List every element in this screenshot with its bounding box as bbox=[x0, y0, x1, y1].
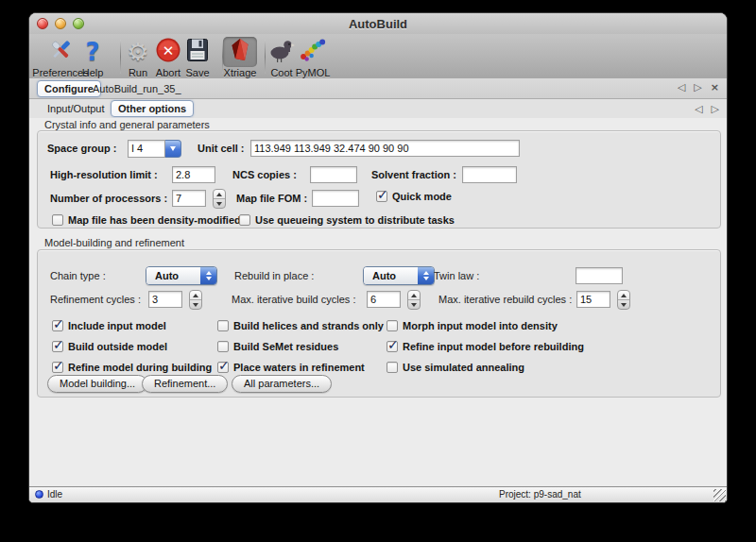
stepper-down-icon[interactable] bbox=[214, 199, 225, 208]
all-parameters-button[interactable]: All parameters... bbox=[232, 375, 332, 393]
content-panel: Crystal info and general parameters Spac… bbox=[29, 118, 727, 489]
rebuild-in-place-value: Auto bbox=[364, 267, 418, 284]
space-group-label: Space group : bbox=[47, 143, 116, 155]
refinement-cycles-field[interactable] bbox=[148, 291, 182, 308]
tab-close-icon[interactable]: × bbox=[711, 81, 719, 93]
checkbox-morph-input-model[interactable]: Morph input model into density bbox=[387, 320, 558, 332]
stepper-down-icon[interactable] bbox=[190, 300, 201, 309]
high-res-field[interactable] bbox=[172, 166, 215, 183]
checkbox-box bbox=[217, 320, 229, 331]
ncs-copies-field[interactable] bbox=[310, 166, 357, 183]
question-icon: ? bbox=[85, 38, 99, 66]
stepper-up-icon[interactable] bbox=[618, 291, 629, 300]
checkbox-box bbox=[52, 362, 63, 373]
twin-law-field[interactable] bbox=[576, 267, 623, 284]
title-bar: AutoBuild bbox=[29, 13, 727, 35]
max-build-cycles-stepper[interactable] bbox=[407, 290, 421, 310]
checkbox-box bbox=[52, 320, 63, 331]
num-processors-label: Number of processors : bbox=[50, 193, 167, 205]
checkbox-quick-mode[interactable]: Quick mode bbox=[376, 191, 452, 203]
bird-icon bbox=[268, 37, 295, 67]
toolbar-label: Run bbox=[121, 67, 155, 78]
toolbar-button-run[interactable]: ⚙ Run bbox=[121, 37, 155, 78]
svg-text:✕: ✕ bbox=[163, 42, 175, 59]
chain-type-popup[interactable]: Auto bbox=[146, 266, 217, 285]
close-window-button[interactable] bbox=[37, 18, 48, 29]
stepper-up-icon[interactable] bbox=[408, 291, 420, 300]
checkbox-refine-before-rebuilding[interactable]: Refine input model before rebuilding bbox=[387, 341, 584, 353]
tab-scroll-right-icon[interactable]: ▷ bbox=[712, 103, 719, 115]
crystal-icon bbox=[227, 37, 253, 67]
stepper-down-icon[interactable] bbox=[408, 300, 420, 309]
max-build-cycles-field[interactable] bbox=[367, 291, 401, 308]
toolbar-button-coot[interactable]: Coot bbox=[265, 37, 299, 78]
model-building-button[interactable]: Model building... bbox=[47, 375, 147, 393]
toolbar-label: Coot bbox=[265, 67, 299, 78]
tab-scroll-right-icon[interactable]: ▷ bbox=[694, 81, 701, 93]
rebuild-in-place-label: Rebuild in place : bbox=[234, 270, 314, 282]
ncs-copies-label: NCS copies : bbox=[232, 169, 297, 181]
rainbow-spheres-icon bbox=[300, 37, 326, 67]
tab-nav-controls: ◁ ▷ × bbox=[678, 81, 719, 93]
num-processors-field[interactable] bbox=[172, 190, 206, 207]
gear-icon: ⚙ bbox=[127, 38, 148, 66]
checkbox-refine-during-building[interactable]: Refine model during building bbox=[52, 362, 212, 374]
unit-cell-label: Unit cell : bbox=[198, 143, 245, 155]
app-window: AutoBuild Preferences ? Help ⚙ Run bbox=[28, 12, 728, 503]
toolbar-label: Save bbox=[180, 67, 215, 78]
popup-arrows-icon bbox=[200, 267, 216, 284]
chevron-down-icon[interactable] bbox=[165, 140, 181, 158]
toolbar-button-pymol[interactable]: PyMOL bbox=[296, 37, 331, 78]
stepper-up-icon[interactable] bbox=[190, 291, 201, 300]
checkbox-include-input-model[interactable]: Include input model bbox=[52, 320, 166, 332]
high-res-label: High-resolution limit : bbox=[50, 169, 158, 181]
toolbar-label: Help bbox=[76, 67, 110, 78]
tab-autobuild-run-35[interactable]: AutoBuild_run_35_ bbox=[86, 81, 188, 96]
checkbox-place-waters[interactable]: Place waters in refinement bbox=[217, 362, 365, 374]
stepper-up-icon[interactable] bbox=[214, 190, 225, 199]
resize-grip[interactable] bbox=[713, 489, 726, 501]
screen: { "window": { "title": "AutoBuild" }, "t… bbox=[0, 0, 756, 542]
checkbox-box bbox=[387, 341, 398, 352]
checkbox-build-semet[interactable]: Build SeMet residues bbox=[217, 341, 338, 353]
rebuild-in-place-popup[interactable]: Auto bbox=[363, 266, 435, 285]
crystal-section-title: Crystal info and general parameters bbox=[44, 119, 210, 130]
checkbox-box bbox=[52, 341, 63, 352]
tab-scroll-left-icon[interactable]: ◁ bbox=[695, 103, 702, 115]
checkbox-build-outside-model[interactable]: Build outside model bbox=[52, 341, 167, 353]
checkbox-simulated-annealing[interactable]: Use simulated annealing bbox=[387, 362, 524, 374]
toolbar-button-save[interactable]: Save bbox=[180, 37, 215, 78]
subtab-nav-controls: ◁ ▷ bbox=[695, 103, 719, 115]
map-fom-label: Map file FOM : bbox=[236, 193, 307, 205]
toolbar-button-help[interactable]: ? Help bbox=[76, 37, 110, 78]
stepper-down-icon[interactable] bbox=[618, 300, 629, 309]
refinement-button[interactable]: Refinement... bbox=[142, 375, 228, 393]
checkbox-build-helices-strands[interactable]: Build helices and strands only bbox=[217, 320, 384, 332]
popup-arrows-icon bbox=[418, 267, 434, 284]
refinement-cycles-stepper[interactable] bbox=[189, 290, 202, 310]
tab-input-output[interactable]: Input/Output bbox=[41, 101, 112, 116]
checkbox-box bbox=[217, 341, 229, 352]
tools-icon bbox=[47, 37, 74, 67]
space-group-combobox[interactable]: I 4 bbox=[128, 140, 181, 158]
unit-cell-field[interactable] bbox=[250, 140, 520, 157]
zoom-window-button[interactable] bbox=[73, 18, 84, 29]
checkbox-box bbox=[376, 191, 387, 202]
status-text: Idle bbox=[47, 489, 62, 500]
status-bar: Idle Project: p9-sad_nat bbox=[29, 486, 727, 502]
tab-other-options[interactable]: Other options bbox=[111, 100, 194, 117]
toolbar-label: PyMOL bbox=[296, 67, 331, 78]
map-fom-field[interactable] bbox=[312, 190, 359, 207]
max-rebuild-cycles-stepper[interactable] bbox=[617, 290, 630, 310]
num-processors-stepper[interactable] bbox=[213, 189, 226, 209]
max-rebuild-cycles-field[interactable] bbox=[576, 291, 610, 308]
solvent-fraction-field[interactable] bbox=[462, 166, 517, 183]
checkbox-queueing-system[interactable]: Use queueing system to distribute tasks bbox=[239, 214, 455, 227]
floppy-icon bbox=[184, 37, 211, 67]
toolbar-button-xtriage[interactable]: Xtriage bbox=[223, 37, 257, 78]
chain-type-value: Auto bbox=[146, 267, 200, 284]
tab-scroll-left-icon[interactable]: ◁ bbox=[678, 81, 685, 93]
max-rebuild-cycles-label: Max. iterative rebuild cycles : bbox=[438, 294, 572, 306]
checkbox-density-modified[interactable]: Map file has been density-modified bbox=[52, 214, 241, 227]
minimize-window-button[interactable] bbox=[55, 18, 66, 29]
